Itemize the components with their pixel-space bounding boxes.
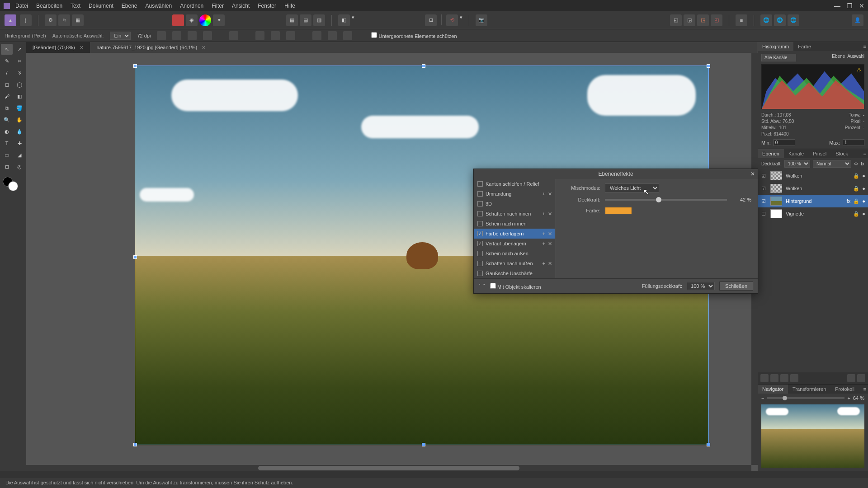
dialog-title[interactable]: Ebeneneffekte ✕ [474,169,758,179]
close-button[interactable]: ✕ [859,2,864,9]
marquee-tool[interactable]: ◻ [1,79,13,90]
menu-dokument[interactable]: Dokument [89,3,113,9]
grid-icon-3[interactable]: ▥ [313,14,325,26]
layer-row[interactable]: ☑Wolken🔒● [758,169,868,182]
mask-button[interactable] [760,374,769,382]
foreground-color-swatch[interactable] [8,181,18,191]
visibility-icon[interactable]: ● [862,173,865,179]
fill-opacity-dropdown[interactable]: 100 % [687,282,715,290]
panel-menu-icon[interactable]: ≡ [862,149,868,158]
menu-datei[interactable]: Datei [15,3,28,9]
insert-icon[interactable]: ⊞ [425,14,437,26]
target-tool[interactable]: ◎ [14,161,25,172]
mesh-tool[interactable]: ⊞ [1,161,13,172]
min-input[interactable] [774,139,795,146]
layer-visibility-checkbox[interactable]: ☑ [760,198,767,204]
blend-dropdown[interactable]: Normal [813,160,851,168]
effect-checkbox[interactable] [477,271,483,276]
close-button[interactable]: Schließen [719,282,753,291]
remove-effect-icon[interactable]: ✕ [548,191,552,197]
shape-tool[interactable]: ▭ [1,150,13,160]
effect-checkbox[interactable] [477,251,483,256]
layer-row[interactable]: ☐Vignette🔒● [758,207,868,220]
lock-icon[interactable]: 🔒 [853,198,859,204]
effect-item[interactable]: Schein nach außen [474,249,555,258]
layer-row[interactable]: ☑Wolken🔒● [758,182,868,195]
layer-visibility-checkbox[interactable]: ☑ [760,173,767,179]
add-effect-icon[interactable]: + [542,231,545,237]
arrow-up-icon[interactable]: ˄ [478,283,481,289]
hist-tab-layer[interactable]: Ebene [832,54,845,59]
remove-effect-icon[interactable]: ✕ [548,231,552,237]
home-icon[interactable]: ▲ [5,14,16,26]
close-tab-icon[interactable]: ✕ [202,45,206,51]
effect-checkbox[interactable] [477,221,483,226]
tab-color[interactable]: Farbe [793,42,816,51]
persona-icon[interactable]: ⦚ [20,14,32,26]
zoom-slider[interactable] [767,397,844,399]
add-effect-icon[interactable]: + [542,241,545,247]
protect-checkbox[interactable]: Untergeordnete Elemente schützen [371,32,457,39]
lasso-tool[interactable]: ◯ [14,79,25,90]
text-tool[interactable]: T [1,138,13,149]
spray-tool[interactable]: ※ [14,67,25,78]
globe-icon-3[interactable]: 🌐 [788,14,799,26]
clone-tool[interactable]: ⧉ [1,103,13,113]
grid-icon-1[interactable]: ▦ [286,14,298,26]
adjust-button[interactable] [770,374,778,382]
globe-icon-2[interactable]: 🌐 [774,14,786,26]
fx-icon[interactable]: fx [861,161,864,166]
ctx-icon-4[interactable] [203,31,212,40]
menu-ansicht[interactable]: Ansicht [232,3,250,9]
effect-item[interactable]: Gaußsche Unschärfe [474,268,555,278]
visibility-icon[interactable]: ● [862,198,865,204]
panel-menu-icon[interactable]: ≡ [862,42,868,51]
channel-dropdown[interactable]: Alle Kanäle [761,54,796,61]
lock-icon[interactable]: 🔒 [853,211,859,217]
gradient-tool[interactable]: ◢ [14,150,25,160]
stack-icon-1[interactable]: ◱ [670,14,682,26]
effect-item[interactable]: Schatten nach innen+✕ [474,209,555,219]
add-effect-icon[interactable]: + [542,191,545,197]
link-icon[interactable]: ⟲ [446,14,458,26]
tool-icon-1[interactable]: ⚙ [45,14,57,26]
delete-layer-button[interactable] [857,374,865,382]
clip-icon[interactable]: ◧ [338,14,350,26]
layer-row[interactable]: ☑Hintergrundfx🔒● [758,195,868,207]
align-top-icon[interactable] [312,31,321,40]
zoom-out-button[interactable]: − [761,395,764,401]
tab-brushes[interactable]: Pinsel [808,149,831,158]
align-middle-icon[interactable] [328,31,337,40]
effect-item[interactable]: Schein nach innen [474,219,555,229]
minimize-button[interactable]: — [834,2,840,9]
group-button[interactable] [790,374,798,382]
globe-icon-1[interactable]: 🌐 [760,14,772,26]
navigator-preview[interactable] [761,404,864,468]
effect-item[interactable]: Verlauf überlagern+✕ [474,239,555,249]
ctx-icon-1[interactable] [157,31,166,40]
auto-select-dropdown[interactable]: Ein [110,32,131,40]
crop-tool[interactable]: ⌗ [14,56,25,66]
effect-checkbox[interactable] [477,181,483,187]
heal-tool[interactable]: ✚ [14,138,25,149]
remove-effect-icon[interactable]: ✕ [548,241,552,247]
lock-icon[interactable]: 🔒 [853,186,859,192]
effect-item[interactable]: Schatten nach außen+✕ [474,258,555,268]
visibility-icon[interactable]: ● [862,186,865,192]
effect-checkbox[interactable] [477,261,483,266]
fill-tool[interactable]: 🪣 [14,103,25,113]
chevron-down-icon[interactable]: ▾ [352,14,354,26]
menu-bearbeiten[interactable]: Bearbeiten [36,3,62,9]
opacity-dropdown[interactable]: 100 % [784,160,810,168]
align-icon[interactable]: ≡ [736,14,747,26]
panel-menu-icon[interactable]: ≡ [862,385,868,394]
ctx-icon-2[interactable] [172,31,181,40]
tool-icon-2[interactable]: ≋ [58,14,70,26]
add-effect-icon[interactable]: + [542,211,545,217]
hist-tab-selection[interactable]: Auswahl [847,54,864,59]
tab-stock[interactable]: Stock [831,149,853,158]
maximize-button[interactable]: ❐ [847,2,853,9]
grid-icon-2[interactable]: ▤ [300,14,311,26]
effect-item[interactable]: 3D [474,199,555,209]
effect-checkbox[interactable] [477,231,483,236]
